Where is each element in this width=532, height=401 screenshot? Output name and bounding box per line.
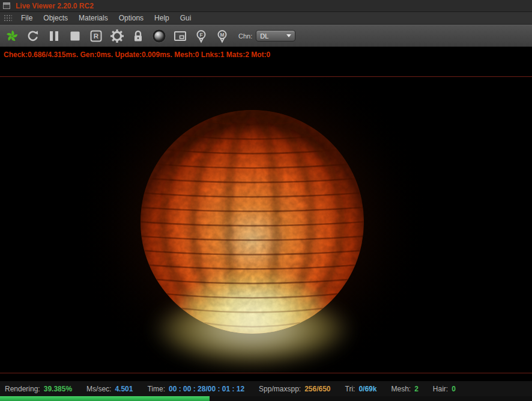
material-ball-icon[interactable] — [152, 29, 166, 43]
status-mesh: Mesh:2 — [391, 385, 418, 393]
status-ms-sec: Ms/sec:4.501 — [86, 385, 133, 393]
grip-icon[interactable] — [4, 14, 12, 22]
channel-value: DL — [260, 32, 268, 40]
status-hair: Hair:0 — [433, 385, 456, 393]
lock-icon[interactable] — [131, 29, 145, 43]
pause-icon[interactable] — [47, 29, 61, 43]
toolbar: R — [0, 25, 532, 47]
window-title: Live Viewer 2.20.0 RC2 — [16, 2, 94, 10]
window-icon[interactable] — [3, 2, 10, 9]
material-picker-icon[interactable]: M — [215, 29, 229, 43]
render-stats-text: Check:0.686/4.315ms. Gen:0ms. Update:0.0… — [4, 51, 270, 59]
render-progress-bar — [0, 396, 532, 401]
status-time: Time:00 : 00 : 28/00 : 01 : 12 — [147, 385, 244, 393]
channel-label: Chn: — [238, 32, 252, 40]
restart-icon[interactable]: R — [89, 29, 103, 43]
restart-glyph: R — [94, 32, 99, 40]
menu-options[interactable]: Options — [113, 14, 149, 22]
viewport-bottom-separator — [0, 373, 532, 373]
render-progress-fill — [0, 396, 210, 401]
channel-dropdown[interactable]: DL — [256, 30, 295, 41]
viewport-top-separator — [0, 76, 532, 77]
status-rendering: Rendering:39.385% — [5, 385, 72, 393]
lantern-render — [0, 77, 532, 373]
menu-gui[interactable]: Gui — [175, 14, 197, 22]
menu-bar: File Objects Materials Options Help Gui — [0, 12, 532, 25]
render-viewport[interactable]: Check:0.686/4.315ms. Gen:0ms. Update:0.0… — [0, 47, 532, 381]
title-bar: Live Viewer 2.20.0 RC2 — [0, 0, 532, 12]
refresh-icon[interactable] — [26, 29, 40, 43]
menu-help[interactable]: Help — [149, 14, 175, 22]
menu-objects[interactable]: Objects — [38, 14, 73, 22]
menu-materials[interactable]: Materials — [73, 14, 113, 22]
status-spp: Spp/maxspp:256/650 — [259, 385, 330, 393]
status-tri: Tri:0/69k — [345, 385, 377, 393]
stop-icon[interactable] — [68, 29, 82, 43]
channel-selector: Chn: DL — [238, 30, 295, 41]
menu-file[interactable]: File — [16, 14, 38, 22]
focus-picker-icon[interactable]: F — [194, 29, 208, 43]
region-render-icon[interactable] — [173, 29, 187, 43]
chevron-down-icon — [286, 34, 291, 37]
gear-icon[interactable] — [110, 29, 124, 43]
lantern-bottom-spill-glow — [151, 292, 353, 367]
material-picker-glyph: M — [220, 31, 224, 37]
status-bar: Rendering:39.385% Ms/sec:4.501 Time:00 :… — [0, 381, 532, 396]
focus-picker-glyph: F — [199, 31, 202, 37]
live-viewer-window: Live Viewer 2.20.0 RC2 File Objects Mate… — [0, 0, 532, 401]
octane-logo-icon[interactable] — [5, 29, 19, 43]
